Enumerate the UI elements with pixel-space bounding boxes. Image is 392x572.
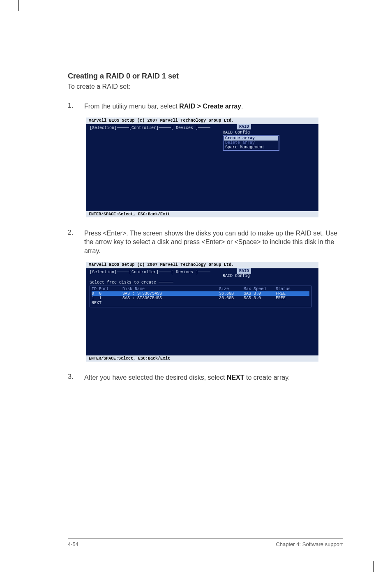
- step-number: 3.: [68, 373, 84, 382]
- bios-body: [Selection]─────[Controller]─────[ Devic…: [86, 268, 318, 355]
- cell-id: 1: [92, 296, 99, 300]
- cell-speed: SAS 3.0: [244, 296, 276, 300]
- bios-footer: ENTER/SPACE:Select, ESC:Back/Exit: [86, 211, 318, 217]
- col-idport: ID Port: [92, 287, 122, 291]
- disk-row: 0 0 SAS : ST336754SS 36.6GB SAS 3.0 FREE: [92, 291, 309, 296]
- step-text-suffix: .: [241, 103, 243, 110]
- crop-mark: [0, 10, 11, 10]
- col-size: Size: [219, 287, 244, 291]
- raid-submenu-create: Create array: [224, 136, 278, 141]
- crop-mark: [18, 0, 19, 11]
- raid-mini-panel: RAID RAID Config: [223, 268, 251, 278]
- bios-screenshot-2: Marvell BIOS Setup (c) 2007 Marvell Tech…: [86, 262, 318, 362]
- col-status: Status: [276, 287, 300, 291]
- section-heading: Creating a RAID 0 or RAID 1 set: [68, 72, 343, 81]
- page-number: 4-54: [68, 541, 78, 547]
- step-number: 2.: [68, 229, 84, 256]
- raid-menu-panel: RAID RAID Config Create array Delete arr…: [223, 124, 280, 151]
- cell-size: 36.6GB: [219, 291, 244, 296]
- cell-port: 1: [99, 296, 122, 300]
- step-text-prefix: After you have selected the desired disk…: [84, 374, 227, 381]
- cell-id: 0: [92, 291, 99, 296]
- step-text-bold: RAID > Create array: [179, 103, 241, 110]
- step-text-prefix: Press <Enter>. The screen shows the disk…: [84, 230, 337, 254]
- cell-name: SAS : ST336754SS: [122, 291, 219, 296]
- cell-status: FREE: [276, 296, 300, 300]
- raid-tab-label: RAID: [237, 268, 251, 274]
- bios-menu-tabs: [Selection]─────[Controller]─────[ Devic…: [90, 126, 210, 130]
- next-option: NEXT: [92, 301, 309, 305]
- bios-screenshot-1: Marvell BIOS Setup (c) 2007 Marvell Tech…: [86, 118, 318, 217]
- col-name: Disk Name: [122, 287, 219, 291]
- raid-config-label: RAID Config: [223, 130, 280, 135]
- crop-mark: [381, 562, 392, 562]
- step-number: 1.: [68, 102, 84, 111]
- bios-menu-tabs: [Selection]─────[Controller]─────[ Devic…: [90, 270, 210, 274]
- step-text: After you have selected the desired disk…: [84, 373, 290, 382]
- page-footer: 4-54 Chapter 4: Software support: [68, 538, 343, 547]
- crop-mark: [373, 561, 374, 572]
- disk-row: 1 1 SAS : ST336754SS 36.6GB SAS 3.0 FREE: [92, 296, 309, 300]
- raid-submenu: Create array Delete array Spare Manageme…: [223, 135, 279, 151]
- step-text: From the utility menu bar, select RAID >…: [84, 102, 243, 111]
- disk-header-row: ID Port Disk Name Size Max Speed Status: [92, 287, 309, 291]
- raid-tab-label: RAID: [237, 124, 251, 129]
- raid-config-label: RAID Config: [223, 274, 251, 278]
- bios-title: Marvell BIOS Setup (c) 2007 Marvell Tech…: [86, 262, 318, 268]
- select-free-label: Select free disks to create ──────: [90, 280, 315, 285]
- step-text-prefix: From the utility menu bar, select: [84, 103, 179, 110]
- step-text-suffix: to create array.: [244, 374, 290, 381]
- step-text-bold: NEXT: [227, 374, 244, 381]
- chapter-label: Chapter 4: Software support: [276, 541, 343, 547]
- col-speed: Max Speed: [244, 287, 276, 291]
- disk-panel: ID Port Disk Name Size Max Speed Status …: [90, 286, 311, 307]
- raid-submenu-delete: Delete array: [224, 141, 278, 145]
- cell-size: 36.6GB: [219, 296, 244, 300]
- bios-title: Marvell BIOS Setup (c) 2007 Marvell Tech…: [86, 118, 318, 124]
- cell-status: FREE: [276, 291, 300, 296]
- bios-body: [Selection]─────[Controller]─────[ Devic…: [86, 124, 318, 211]
- cell-speed: SAS 3.0: [244, 291, 276, 296]
- step-text: Press <Enter>. The screen shows the disk…: [84, 229, 343, 256]
- cell-port: 0: [99, 291, 122, 296]
- raid-submenu-spare: Spare Management: [224, 145, 278, 150]
- cell-name: SAS : ST336754SS: [122, 296, 219, 300]
- bios-footer: ENTER/SPACE:Select, ESC:Back/Exit: [86, 355, 318, 362]
- intro-text: To create a RAID set:: [68, 83, 343, 90]
